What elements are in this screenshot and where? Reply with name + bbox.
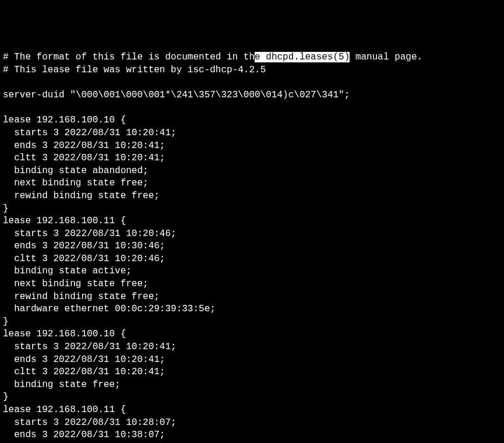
lease-starts-line: starts 3 2022/08/31 10:28:07; bbox=[3, 417, 177, 428]
lease-rewind-binding-line: rewind binding state free; bbox=[3, 291, 160, 302]
lease-block-header: lease 192.168.100.10 { bbox=[3, 329, 126, 339]
lease-cltt-line: cltt 3 2022/08/31 10:20:41; bbox=[3, 153, 165, 163]
lease-next-binding-line: next binding state free; bbox=[3, 279, 149, 289]
lease-binding-line: binding state abandoned; bbox=[3, 166, 149, 176]
lease-cltt-line: cltt 3 2022/08/31 10:20:46; bbox=[3, 254, 165, 264]
lease-binding-line: binding state free; bbox=[3, 379, 121, 390]
lease-binding-line: binding state active; bbox=[3, 266, 132, 276]
lease-hardware-line: hardware ethernet 00:0c:29:39:33:5e; bbox=[3, 304, 216, 314]
lease-block-header: lease 192.168.100.11 { bbox=[3, 405, 126, 415]
lease-cltt-line: cltt 3 2022/08/31 10:20:41; bbox=[3, 367, 165, 377]
server-duid-line: server-duid "\000\001\000\001*\241\357\3… bbox=[3, 90, 350, 100]
lease-next-binding-line: next binding state free; bbox=[3, 178, 149, 188]
lease-block-close: } bbox=[3, 203, 9, 214]
comment-line-2: # This lease file was written by isc-dhc… bbox=[3, 65, 266, 75]
lease-starts-line: starts 3 2022/08/31 10:20:41; bbox=[3, 342, 177, 352]
lease-ends-line: ends 3 2022/08/31 10:30:46; bbox=[3, 241, 165, 251]
lease-starts-line: starts 3 2022/08/31 10:20:41; bbox=[3, 128, 177, 138]
lease-block-header: lease 192.168.100.11 { bbox=[3, 216, 126, 226]
terminal-output[interactable]: # The format of this file is documented … bbox=[3, 51, 501, 443]
lease-ends-line: ends 3 2022/08/31 10:38:07; bbox=[3, 430, 165, 440]
lease-block-close: } bbox=[3, 317, 9, 327]
comment-line-1-suffix: manual page. bbox=[350, 52, 422, 62]
lease-block-close: } bbox=[3, 392, 9, 402]
selected-text: e dhcpd.leases(5) bbox=[255, 52, 350, 62]
lease-starts-line: starts 3 2022/08/31 10:20:46; bbox=[3, 228, 177, 239]
lease-block-header: lease 192.168.100.10 { bbox=[3, 115, 126, 125]
comment-line-1-prefix: # The format of this file is documented … bbox=[3, 52, 255, 62]
lease-ends-line: ends 3 2022/08/31 10:20:41; bbox=[3, 140, 165, 151]
lease-rewind-binding-line: rewind binding state free; bbox=[3, 191, 160, 201]
lease-ends-line: ends 3 2022/08/31 10:20:41; bbox=[3, 354, 165, 365]
